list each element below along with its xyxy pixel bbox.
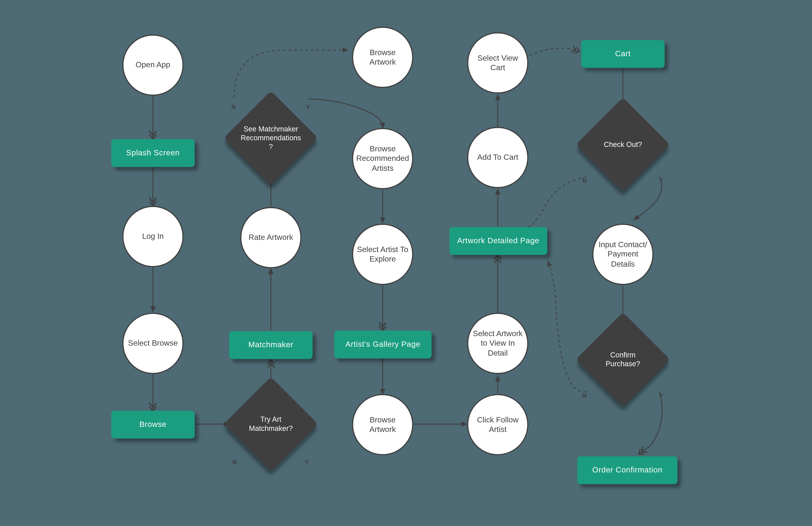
node-label: Click Follow Artist — [472, 415, 524, 435]
node-browse: Browse — [111, 411, 194, 439]
label-n-try-match: N — [232, 459, 237, 465]
node-label: Cart — [615, 49, 631, 59]
node-open-app: Open App — [122, 34, 184, 96]
node-browse-rec-artists: Browse Recommended Artists — [352, 128, 413, 189]
node-cart: Cart — [581, 40, 665, 68]
node-label: Select Browse — [128, 339, 178, 348]
node-log-in: Log In — [122, 206, 184, 267]
node-label: Confirm Purchase? — [596, 351, 650, 369]
node-select-artist: Select Artist To Explore — [352, 224, 413, 285]
node-see-recs: See Matchmaker Recommendations ? — [237, 105, 304, 171]
node-matchmaker: Matchmaker — [229, 331, 313, 359]
label-y-check-out: Y — [659, 177, 663, 184]
node-add-to-cart: Add To Cart — [467, 127, 528, 188]
node-confirm-purchase: Confirm Purchase? — [590, 326, 656, 393]
node-label: Add To Cart — [477, 153, 518, 162]
node-input-details: Input Contact/ Payment Details — [592, 224, 654, 285]
node-rate-artwork: Rate Artwork — [241, 207, 302, 268]
node-splash-screen: Splash Screen — [111, 139, 194, 167]
node-label: Select Artwork to View In Detail — [472, 329, 524, 358]
node-select-artwork-detail: Select Artwork to View In Detail — [467, 313, 528, 374]
node-label: Artist's Gallery Page — [345, 340, 420, 350]
node-label: Input Contact/ Payment Details — [597, 240, 649, 269]
node-label: Splash Screen — [126, 148, 180, 158]
flowchart-canvas: Open App Splash Screen Log In Select Bro… — [0, 0, 812, 526]
node-label: Order Confirmation — [592, 465, 663, 475]
node-select-browse: Select Browse — [122, 313, 184, 374]
node-browse-artwork-bot: Browse Artwork — [352, 394, 413, 455]
label-n-see-recs: N — [231, 103, 236, 110]
node-order-confirmation: Order Confirmation — [577, 456, 678, 484]
node-select-view-cart: Select View Cart — [467, 32, 528, 94]
node-label: Select View Cart — [472, 53, 524, 73]
node-click-follow-artist: Click Follow Artist — [467, 394, 528, 455]
label-n-check-out: N — [582, 177, 587, 184]
node-label: Browse Recommended Artists — [356, 144, 409, 173]
label-y-see-recs: Y — [306, 103, 310, 110]
node-label: Log In — [142, 232, 164, 241]
node-artwork-detailed: Artwork Detailed Page — [449, 227, 547, 255]
node-artist-gallery: Artist's Gallery Page — [334, 331, 432, 358]
node-label: Artwork Detailed Page — [457, 236, 539, 246]
node-label: Browse Artwork — [357, 47, 409, 67]
label-y-try-match: Y — [305, 459, 309, 465]
node-label: Browse Artwork — [357, 415, 409, 435]
node-label: See Matchmaker Recommendations ? — [241, 125, 301, 152]
node-label: Matchmaker — [248, 340, 293, 350]
node-check-out: Check Out? — [590, 111, 656, 178]
node-label: Open App — [135, 60, 170, 70]
label-y-confirm: Y — [659, 392, 663, 399]
node-label: Try Art Matchmaker? — [244, 415, 298, 433]
label-n-confirm: N — [582, 392, 587, 399]
node-label: Browse — [139, 420, 166, 429]
node-browse-artwork-top: Browse Artwork — [352, 27, 413, 88]
node-label: Select Artist To Explore — [357, 244, 409, 264]
node-label: Rate Artwork — [249, 233, 293, 243]
node-try-matchmaker: Try Art Matchmaker? — [237, 391, 304, 458]
node-label: Check Out? — [604, 140, 642, 150]
